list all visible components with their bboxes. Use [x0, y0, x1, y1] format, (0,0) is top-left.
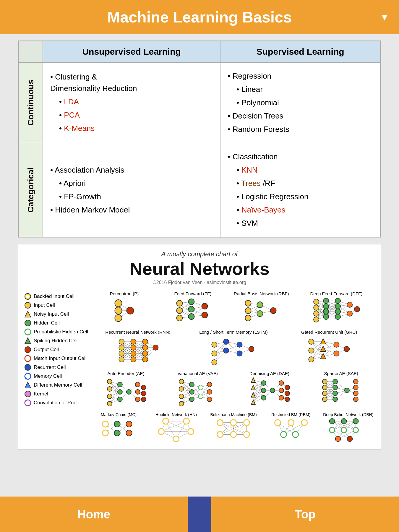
list-item: Probabilistic Hidden Cell — [24, 328, 89, 335]
svg-point-37 — [176, 308, 182, 314]
page-title: Machine Learning Basics — [107, 8, 292, 26]
svg-point-53 — [245, 308, 251, 314]
ae-diagram: Auto Encoder (AE) — [92, 371, 160, 408]
svg-point-437 — [353, 419, 358, 424]
svg-point-398 — [231, 420, 236, 426]
neural-main-title: Neural Networks — [24, 259, 375, 279]
svg-point-436 — [341, 419, 346, 424]
continuous-label: Continuous — [19, 62, 43, 143]
svg-point-307 — [261, 388, 266, 393]
top-button[interactable]: Top — [211, 497, 399, 532]
svg-point-12 — [25, 391, 31, 397]
svg-point-163 — [153, 345, 158, 350]
neural-networks-section: A mostly complete chart of Neural Networ… — [18, 244, 381, 450]
svg-point-238 — [126, 390, 131, 394]
svg-point-20 — [126, 307, 134, 314]
svg-point-41 — [188, 314, 194, 319]
svg-point-380 — [173, 436, 179, 442]
list-item: Different Memory Cell — [24, 382, 89, 389]
svg-point-101 — [314, 305, 319, 310]
hn-diagram: Hopfield Network (HN) — [150, 412, 202, 443]
svg-marker-302 — [251, 378, 255, 382]
rbf-diagram: Radial Basis Network (RBF) — [229, 291, 293, 325]
svg-point-179 — [223, 339, 229, 344]
svg-point-177 — [212, 351, 217, 356]
svg-point-311 — [279, 388, 283, 393]
networks-area: Perceptron (P) Feed Forw — [92, 291, 375, 443]
svg-point-159 — [142, 339, 148, 344]
svg-point-377 — [163, 418, 169, 424]
svg-point-7 — [25, 347, 31, 353]
svg-point-9 — [25, 364, 31, 370]
list-item: Match Input Output Cell — [24, 355, 89, 362]
svg-point-277 — [198, 394, 203, 399]
svg-marker-303 — [251, 385, 255, 390]
svg-point-440 — [353, 427, 358, 433]
neural-title-area: A mostly complete chart of Neural Networ… — [24, 250, 375, 285]
svg-point-157 — [131, 351, 136, 356]
svg-point-400 — [217, 432, 223, 437]
svg-point-235 — [118, 382, 122, 387]
svg-point-232 — [107, 387, 112, 391]
svg-point-106 — [323, 309, 329, 314]
svg-point-308 — [261, 395, 266, 400]
svg-point-342 — [322, 391, 327, 396]
home-button[interactable]: Home — [0, 497, 188, 532]
svg-point-40 — [188, 306, 194, 312]
svg-point-244 — [141, 397, 146, 402]
svg-point-344 — [333, 379, 338, 384]
svg-point-350 — [353, 385, 358, 390]
svg-point-202 — [309, 348, 314, 353]
list-item: Backfed Input Cell — [24, 293, 89, 300]
svg-point-365 — [126, 421, 132, 427]
svg-point-17 — [115, 300, 122, 307]
svg-point-279 — [207, 390, 212, 394]
categorical-label: Categorical — [19, 143, 43, 237]
rbm-diagram: Restricted BM (RBM) — [265, 412, 317, 443]
svg-point-397 — [217, 420, 223, 426]
svg-point-413 — [292, 432, 298, 437]
svg-point-351 — [353, 391, 358, 396]
svg-point-364 — [114, 430, 120, 436]
svg-point-160 — [142, 345, 148, 350]
svg-point-52 — [245, 300, 251, 306]
svg-point-107 — [323, 314, 329, 319]
svg-point-103 — [314, 317, 319, 322]
svg-point-180 — [223, 348, 229, 353]
svg-point-56 — [257, 311, 263, 317]
svg-point-100 — [314, 299, 319, 304]
svg-point-57 — [270, 308, 276, 314]
bm-diagram: Boltzmann Machine (BM) — [207, 412, 260, 443]
svg-marker-3 — [25, 311, 31, 317]
svg-point-36 — [176, 300, 182, 306]
svg-point-156 — [131, 345, 136, 350]
svg-point-361 — [103, 421, 108, 427]
svg-point-161 — [142, 351, 148, 356]
svg-point-19 — [115, 314, 122, 322]
svg-point-381 — [188, 429, 194, 434]
svg-point-347 — [333, 397, 338, 402]
svg-point-18 — [115, 307, 122, 314]
svg-point-231 — [107, 379, 112, 384]
chevron-down-icon[interactable]: ▾ — [382, 11, 387, 23]
sae-diagram: Sparse AE (SAE) — [307, 371, 375, 408]
svg-point-155 — [131, 339, 136, 344]
vae-diagram: Variational AE (VAE) — [164, 371, 231, 408]
svg-point-270 — [179, 387, 184, 391]
supervised-header: Supervised Learning — [220, 41, 380, 62]
svg-point-207 — [334, 342, 339, 347]
svg-point-401 — [231, 432, 236, 437]
feedforward-diagram: Feed Forward (FF) — [161, 291, 225, 325]
svg-point-438 — [329, 427, 335, 433]
svg-point-278 — [207, 382, 212, 387]
categorical-supervised: Classification KNN Trees /RF Logistic Re… — [220, 143, 380, 237]
categorical-unsupervised: Association Analysis Apriori FP-Growth H… — [43, 143, 220, 237]
svg-point-309 — [270, 388, 275, 393]
svg-point-4 — [25, 320, 31, 326]
svg-marker-205 — [321, 346, 326, 351]
svg-point-203 — [309, 357, 314, 362]
knn-item: KNN — [241, 166, 258, 174]
gru-diagram: Gated Recurrent Unit (GRU) — [283, 330, 375, 366]
svg-point-435 — [329, 419, 335, 424]
svg-point-410 — [288, 420, 294, 426]
